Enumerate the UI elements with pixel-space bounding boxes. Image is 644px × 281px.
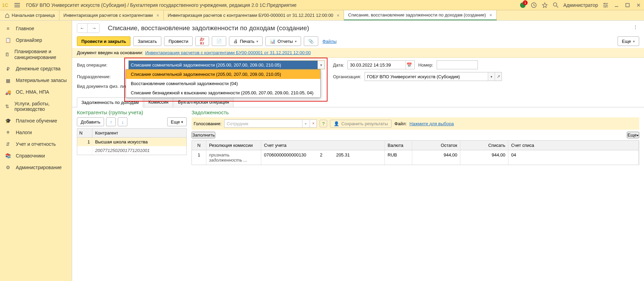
nav-forward-button[interactable]: → bbox=[89, 24, 99, 33]
notifications-icon[interactable]: 1 bbox=[519, 2, 526, 9]
debt-table: N Резолюция комиссии Счет учета Валюта О… bbox=[192, 140, 639, 165]
fill-button[interactable]: Заполнить bbox=[192, 132, 215, 138]
table-row[interactable]: 2007712502001771201001 bbox=[77, 146, 186, 155]
paperclip-icon: 📎 bbox=[308, 39, 314, 44]
number-label: Номер: bbox=[418, 62, 433, 68]
sidebar-item-education[interactable]: 🎓Платное обучение bbox=[0, 115, 72, 127]
dtkt-button[interactable]: ДтКт bbox=[195, 36, 209, 46]
dropdown-option[interactable]: Восстановление сомнительной задолженност… bbox=[126, 79, 320, 88]
operation-type-combo[interactable]: Списание сомнительной задолженности (205… bbox=[128, 60, 325, 69]
page-title: Списание, восстановление задолженности п… bbox=[108, 24, 309, 32]
grid-icon: ▦ bbox=[5, 78, 11, 84]
tab-home[interactable]: Начальная страница bbox=[0, 10, 59, 20]
print-button[interactable]: 🖨Печать▾ bbox=[229, 36, 263, 46]
doc-basis-link[interactable]: Инвентаризация расчетов с контрагентами … bbox=[145, 50, 311, 55]
open-icon[interactable]: ↗ bbox=[495, 72, 502, 81]
app-title: ГОБУ ВПО Университет искусств (Субсидия)… bbox=[26, 2, 519, 8]
doctab-commission[interactable]: Комиссия bbox=[144, 97, 173, 107]
col-header-resolution: Резолюция комиссии bbox=[206, 141, 261, 150]
doctab-debt[interactable]: Задолженность по доходам bbox=[77, 97, 143, 107]
nav-back-button[interactable]: ← bbox=[77, 24, 88, 33]
chart-icon: ⇵ bbox=[5, 141, 11, 147]
maximize-icon[interactable] bbox=[624, 2, 631, 9]
search-icon[interactable] bbox=[552, 2, 559, 9]
vote-toolbar: Голосование: Сотрудник ▾ × ? 👤 Сохранить… bbox=[192, 117, 639, 130]
sidebar-item-reference[interactable]: 📚Справочники bbox=[0, 150, 72, 162]
minimize-icon[interactable] bbox=[613, 2, 620, 9]
table-row[interactable]: 1 признать задолженность ... 07060000000… bbox=[192, 150, 639, 165]
post-button[interactable]: Провести bbox=[164, 36, 193, 46]
more-button[interactable]: Еще▾ bbox=[618, 36, 639, 46]
doc-icon: 📄 bbox=[216, 39, 222, 44]
cell-account: 07060000000000130 2 205.31 bbox=[261, 150, 385, 165]
tab-label: Списание, восстановление задолженности п… bbox=[348, 12, 486, 17]
page-menu-icon[interactable]: ⋮ bbox=[632, 24, 639, 32]
sidebar-item-services[interactable]: ⇅Услуги, работы, производство bbox=[0, 98, 72, 115]
cell-currency: RUB bbox=[385, 150, 412, 165]
save-results-button[interactable]: 👤 Сохранить результаты bbox=[330, 120, 392, 128]
date-field[interactable]: 30.03.2022 14:15:39 📅 bbox=[347, 60, 415, 69]
more-button[interactable]: Еще▾ bbox=[627, 132, 639, 138]
vote-employee-combo[interactable]: Сотрудник ▾ × bbox=[224, 119, 317, 128]
sidebar-item-accounting[interactable]: ⇵Учет и отчетность bbox=[0, 138, 72, 150]
dropdown-option[interactable]: Списание сомнительной задолженности (205… bbox=[126, 70, 320, 79]
star-icon[interactable] bbox=[541, 2, 548, 9]
dropdown-option[interactable]: Списание безнадежной к взысканию задолже… bbox=[126, 88, 320, 97]
move-up-button[interactable]: ↑ bbox=[106, 117, 116, 126]
main-menu-icon[interactable] bbox=[14, 1, 23, 9]
clear-icon[interactable]: × bbox=[310, 120, 317, 127]
sidebar-item-assets[interactable]: 🚚ОС, НМА, НПА bbox=[0, 86, 72, 98]
doctab-accounting[interactable]: Бухгалтерская операция bbox=[173, 97, 233, 107]
move-down-button[interactable]: ↓ bbox=[118, 117, 127, 126]
attach-button[interactable]: 📎 bbox=[304, 36, 318, 46]
sidebar-item-organizer[interactable]: 📋Органайзер bbox=[0, 34, 72, 46]
help-icon[interactable]: ? bbox=[320, 120, 327, 127]
sidebar-item-admin[interactable]: ⚙Администрирование bbox=[0, 162, 72, 173]
sidebar-item-main[interactable]: ≡Главное bbox=[0, 23, 72, 34]
document-tabs: Задолженность по доходам Комиссия Бухгал… bbox=[72, 97, 644, 107]
add-button[interactable]: Добавить bbox=[77, 117, 104, 126]
col-header-currency: Валюта bbox=[385, 141, 412, 150]
write-button[interactable]: Записать bbox=[133, 36, 161, 46]
calendar-icon[interactable]: 📅 bbox=[405, 61, 412, 69]
svg-text:1С: 1С bbox=[2, 2, 8, 8]
sidebar-item-label: Материальные запасы bbox=[16, 78, 67, 83]
close-icon[interactable] bbox=[635, 2, 642, 9]
tab-inventory-2[interactable]: Инвентаризация расчетов с контрагентами … bbox=[164, 10, 344, 20]
close-icon[interactable]: × bbox=[156, 13, 159, 18]
files-link[interactable]: Файлы bbox=[322, 39, 336, 44]
post-close-button[interactable]: Провести и закрыть bbox=[77, 36, 130, 46]
close-icon[interactable]: × bbox=[489, 12, 492, 18]
tab-writeoff[interactable]: Списание, восстановление задолженности п… bbox=[344, 10, 497, 20]
sidebar-item-taxes[interactable]: ⚜Налоги bbox=[0, 127, 72, 138]
sidebar-item-planning[interactable]: 🗓Планирование и санкционирование bbox=[0, 46, 72, 63]
truck-icon: 🚚 bbox=[5, 89, 11, 95]
notifications-badge: 1 bbox=[523, 0, 528, 5]
table-row[interactable]: 1 Высшая школа искусства bbox=[77, 138, 186, 146]
tab-inventory-1[interactable]: Инвентаризация расчетов с контрагентами … bbox=[59, 10, 164, 20]
chart-icon: 📊 bbox=[270, 39, 275, 44]
cap-icon: 🎓 bbox=[5, 118, 11, 124]
doc-button[interactable]: 📄 bbox=[212, 36, 226, 46]
number-field[interactable] bbox=[437, 60, 478, 69]
user-name[interactable]: Администратор bbox=[563, 2, 598, 8]
chevron-down-icon[interactable]: ▾ bbox=[318, 61, 324, 69]
col-header-balance: Остаток bbox=[412, 141, 460, 150]
gear-icon: ⚙ bbox=[5, 164, 11, 171]
history-icon[interactable] bbox=[530, 2, 537, 9]
settings-icon[interactable] bbox=[602, 2, 609, 9]
col-header-writeoff-account: Счет списа bbox=[508, 141, 639, 150]
toolbar: Провести и закрыть Записать Провести ДтК… bbox=[72, 34, 644, 48]
sidebar-item-materials[interactable]: ▦Материальные запасы bbox=[0, 75, 72, 86]
sidebar-item-label: Планирование и санкционирование bbox=[14, 49, 67, 60]
file-choose-link[interactable]: Нажмите для выбора bbox=[410, 121, 454, 126]
close-icon[interactable]: × bbox=[337, 13, 340, 18]
sidebar-item-cash[interactable]: ₽Денежные средства bbox=[0, 63, 72, 75]
chevron-down-icon[interactable]: ▾ bbox=[488, 72, 495, 81]
chevron-down-icon[interactable]: ▾ bbox=[302, 120, 309, 127]
col-header-writeoff: Списать bbox=[460, 141, 508, 150]
tab-label: Инвентаризация расчетов с контрагентами bbox=[64, 13, 153, 18]
more-button[interactable]: Еще▾ bbox=[167, 117, 187, 126]
reports-button[interactable]: 📊Отчеты▾ bbox=[265, 36, 301, 46]
organization-combo[interactable]: ГОБУ ВПО Университет искусств (Субсидия)… bbox=[365, 72, 502, 81]
